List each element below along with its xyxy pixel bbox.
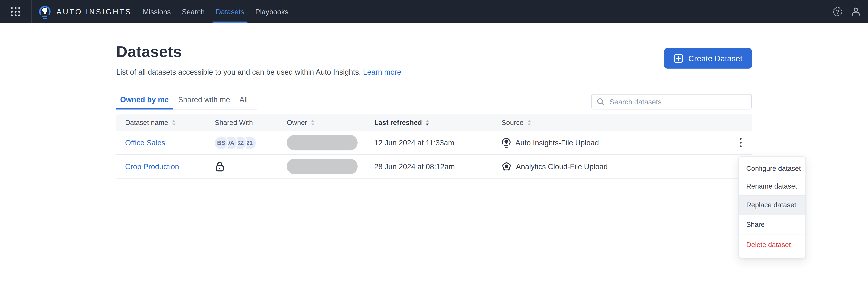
table-header-row: Dataset name Shared With Owner Last refr… bbox=[116, 114, 752, 131]
menu-item-delete-dataset[interactable]: Delete dataset bbox=[739, 234, 805, 255]
sort-icon bbox=[527, 119, 531, 126]
sort-icon-descending bbox=[425, 119, 430, 126]
analytics-cloud-icon bbox=[501, 161, 512, 172]
create-dataset-button[interactable]: Create Dataset bbox=[664, 48, 752, 69]
lock-icon bbox=[215, 160, 225, 172]
primary-nav: Missions Search Datasets Playbooks bbox=[137, 0, 294, 23]
help-icon[interactable]: ? bbox=[833, 7, 842, 17]
dataset-tabs: Owned by me Shared with me All bbox=[116, 91, 257, 110]
page-title: Datasets bbox=[116, 43, 752, 61]
column-header-source[interactable]: Source bbox=[501, 119, 730, 126]
top-navbar: AUTO INSIGHTS Missions Search Datasets P… bbox=[0, 0, 868, 23]
kebab-icon bbox=[740, 138, 742, 148]
avatar: BS bbox=[215, 136, 228, 149]
menu-item-share[interactable]: Share bbox=[739, 215, 805, 234]
dataset-link-office-sales[interactable]: Office Sales bbox=[125, 139, 165, 147]
row-actions-kebab-button[interactable] bbox=[734, 135, 747, 150]
source-label: Analytics Cloud-File Upload bbox=[516, 162, 608, 171]
datasets-table: Dataset name Shared With Owner Last refr… bbox=[116, 114, 752, 179]
last-refreshed-value: 28 Jun 2024 at 08:12am bbox=[374, 162, 501, 171]
column-header-last-refreshed[interactable]: Last refreshed bbox=[374, 119, 501, 126]
app-screen: AUTO INSIGHTS Missions Search Datasets P… bbox=[0, 0, 868, 291]
brand-name: AUTO INSIGHTS bbox=[56, 7, 132, 16]
tab-owned-by-me[interactable]: Owned by me bbox=[116, 91, 173, 110]
auto-insights-bulb-icon bbox=[501, 137, 511, 148]
search-datasets-input[interactable] bbox=[609, 97, 746, 106]
menu-item-replace-dataset[interactable]: Replace dataset bbox=[739, 196, 805, 214]
tab-shared-with-me[interactable]: Shared with me bbox=[174, 91, 234, 110]
user-profile-icon[interactable] bbox=[851, 7, 861, 17]
nav-item-playbooks[interactable]: Playbooks bbox=[250, 0, 294, 23]
active-nav-underline bbox=[213, 22, 248, 23]
app-launcher-button[interactable] bbox=[0, 0, 32, 23]
page-subtitle: List of all datasets accessible to you a… bbox=[116, 68, 752, 76]
main-content: Datasets List of all datasets accessible… bbox=[116, 23, 752, 179]
column-header-dataset-name[interactable]: Dataset name bbox=[116, 119, 215, 126]
owner-redacted-pill bbox=[287, 135, 358, 150]
search-icon bbox=[597, 98, 604, 106]
tab-all[interactable]: All bbox=[236, 91, 251, 110]
learn-more-link[interactable]: Learn more bbox=[363, 68, 401, 76]
source-cell: Analytics Cloud-File Upload bbox=[501, 161, 730, 172]
list-toolbar: Owned by me Shared with me All bbox=[116, 91, 752, 110]
brand-home-link[interactable]: AUTO INSIGHTS bbox=[39, 4, 131, 19]
svg-text:?: ? bbox=[836, 9, 839, 15]
page-header: Datasets List of all datasets accessible… bbox=[116, 23, 752, 76]
search-datasets-box bbox=[591, 94, 752, 110]
menu-item-rename-dataset[interactable]: Rename dataset bbox=[739, 178, 805, 195]
nav-item-datasets[interactable]: Datasets bbox=[210, 0, 250, 23]
nav-item-search[interactable]: Search bbox=[176, 0, 210, 23]
last-refreshed-value: 12 Jun 2024 at 11:33am bbox=[374, 139, 501, 147]
source-cell: Auto Insights-File Upload bbox=[501, 137, 730, 148]
shared-with-avatars: BS VA SZ 21 bbox=[215, 136, 287, 149]
sort-icon bbox=[311, 119, 315, 126]
plus-square-icon bbox=[674, 53, 683, 63]
table-row: Office Sales BS VA SZ 21 12 Jun 2024 at … bbox=[116, 131, 752, 155]
owner-redacted-pill bbox=[287, 158, 358, 174]
column-header-owner[interactable]: Owner bbox=[287, 119, 374, 126]
sort-icon bbox=[172, 119, 176, 126]
dataset-link-crop-production[interactable]: Crop Production bbox=[125, 162, 179, 171]
menu-item-configure-dataset[interactable]: Configure dataset bbox=[739, 160, 805, 178]
source-label: Auto Insights-File Upload bbox=[515, 139, 599, 147]
dataset-actions-context-menu: Configure dataset Rename dataset Replace… bbox=[738, 156, 806, 258]
lightbulb-logo-icon bbox=[39, 4, 51, 19]
nav-item-missions[interactable]: Missions bbox=[137, 0, 176, 23]
table-row: Crop Production 28 Jun 2024 at 08:12am bbox=[116, 155, 752, 179]
navbar-right-actions: ? bbox=[833, 7, 868, 17]
column-header-shared-with: Shared With bbox=[215, 119, 287, 126]
grid-apps-icon bbox=[11, 7, 20, 16]
